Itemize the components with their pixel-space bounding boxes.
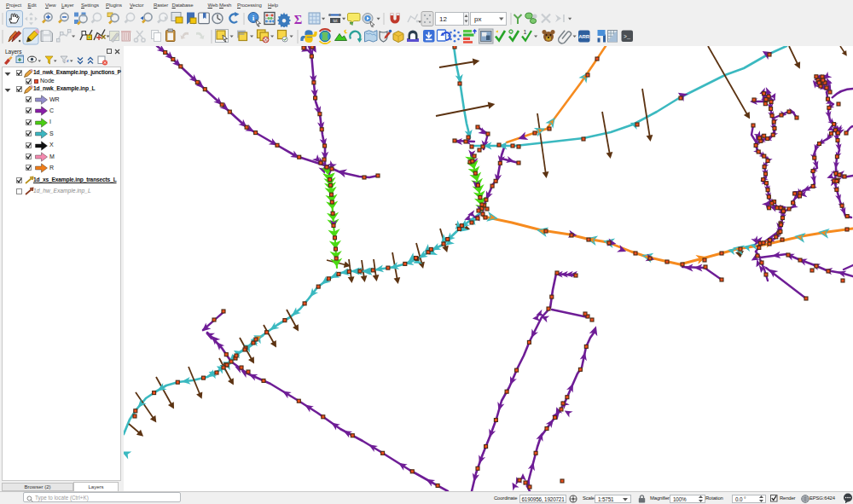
svg-text:px: px <box>474 15 481 23</box>
svg-text:ε: ε <box>67 58 69 63</box>
svg-text:ARR: ARR <box>578 34 590 39</box>
svg-text:Σ: Σ <box>294 13 302 26</box>
svg-text:>_: >_ <box>624 34 630 40</box>
svg-text:1: 1 <box>524 29 527 35</box>
svg-text:Q: Q <box>509 29 513 34</box>
svg-text:12: 12 <box>439 15 447 23</box>
svg-text:tot: tot <box>333 19 338 23</box>
